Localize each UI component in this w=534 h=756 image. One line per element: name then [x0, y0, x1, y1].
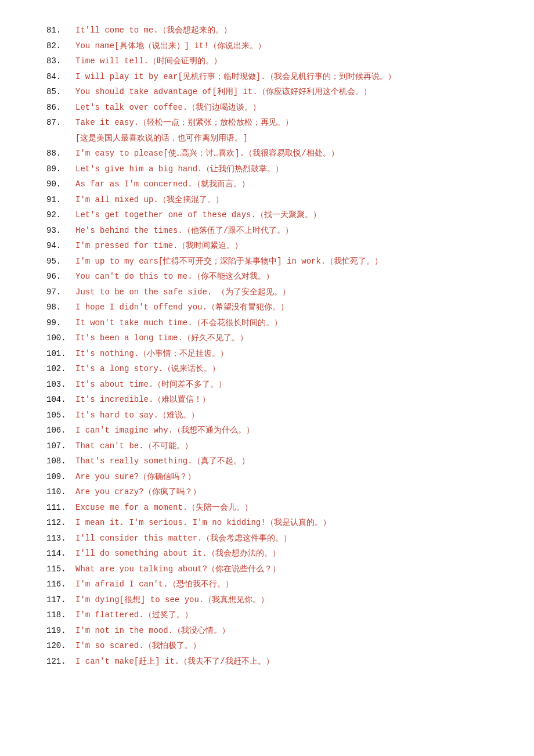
entry-text: I'll do something about it.（我会想办法的。） [75, 546, 488, 561]
entry-text: Excuse me for a moment.（失陪一会儿。） [75, 501, 488, 515]
entry-number: 112. [46, 516, 75, 530]
list-item: 92.Let's get together one of these days.… [46, 208, 488, 222]
entry-number: 101. [46, 347, 75, 361]
entry-text: It's been a long time.（好久不见了。） [75, 331, 488, 345]
list-item: 96.You can't do this to me.（你不能这么对我。） [46, 269, 488, 284]
entry-text: You should take advantage of[利用] it.（你应该… [75, 85, 488, 99]
entry-text: I'm all mixed up.（我全搞混了。） [75, 193, 488, 207]
entry-number: 106. [46, 423, 75, 438]
entry-text: I'm dying[很想] to see you.（我真想见你。） [75, 593, 488, 607]
entry-number: 93. [46, 224, 75, 238]
entry-text: That's really something.（真了不起。） [75, 454, 488, 469]
entry-number: 114. [46, 546, 75, 561]
entry-text: Just to be on the safe side. （为了安全起见。） [75, 285, 488, 300]
entry-number: 103. [46, 377, 75, 392]
list-item: 110.Are you crazy?（你疯了吗？） [46, 485, 488, 499]
entry-number: 97. [46, 285, 75, 300]
entry-text: I'm afraid I can't.（恐怕我不行。） [75, 577, 488, 592]
list-item: 97.Just to be on the safe side. （为了安全起见。… [46, 285, 488, 300]
entry-number: 110. [46, 485, 75, 499]
list-item: 83.Time will tell.（时间会证明的。） [46, 54, 488, 69]
entry-number: 92. [46, 208, 75, 222]
list-item: 117.I'm dying[很想] to see you.（我真想见你。） [46, 593, 488, 607]
entry-number: 95. [46, 254, 75, 269]
list-item: 101.It's nothing.（小事情；不足挂齿。） [46, 347, 488, 361]
entry-number: 121. [46, 654, 75, 669]
entry-text: I'm not in the mood.（我没心情。） [75, 624, 488, 638]
list-item: 98.I hope I didn't offend you.（希望没有冒犯你。） [46, 300, 488, 315]
entry-text: I'll consider this matter.（我会考虑这件事的。） [75, 531, 488, 546]
entry-number: 111. [46, 501, 75, 515]
entry-text: You can't do this to me.（你不能这么对我。） [75, 269, 488, 284]
list-item: 99.It won't take much time.（不会花很长时间的。） [46, 316, 488, 330]
list-item: 90.As far as I'm concerned.（就我而言。） [46, 177, 488, 192]
entry-text: Let's talk over coffee.（我们边喝边谈。） [75, 100, 488, 115]
entry-text: Let's give him a big hand.（让我们热烈鼓掌。） [75, 162, 488, 177]
list-item: 118.I'm flattered.（过奖了。） [46, 608, 488, 622]
entry-number: 99. [46, 316, 75, 330]
entry-text: He's behind the times.（他落伍了/跟不上时代了。） [75, 224, 488, 238]
entry-text: I can't make[赶上] it.（我去不了/我赶不上。） [75, 654, 488, 669]
entry-number: 117. [46, 593, 75, 607]
entry-number: 90. [46, 177, 75, 192]
entry-text: You name[具体地（说出来）] it!（你说出来。） [75, 39, 488, 53]
main-content: 81.It'll come to me.（我会想起来的。）82.You name… [46, 23, 488, 668]
list-item: 119.I'm not in the mood.（我没心情。） [46, 624, 488, 638]
entry-number: 83. [46, 54, 75, 69]
entry-text: I'm flattered.（过奖了。） [75, 608, 488, 622]
list-item: 100.It's been a long time.（好久不见了。） [46, 331, 488, 345]
list-item: 86.Let's talk over coffee.（我们边喝边谈。） [46, 100, 488, 115]
list-item: [这是美国人最喜欢说的话，也可作离别用语。] [46, 131, 488, 146]
entry-number: 96. [46, 269, 75, 284]
list-item: 81.It'll come to me.（我会想起来的。） [46, 23, 488, 38]
list-item: 121.I can't make[赶上] it.（我去不了/我赶不上。） [46, 654, 488, 669]
entry-number: 119. [46, 624, 75, 638]
entry-text: I will play it by ear[见机行事；临时现做].（我会见机行事… [75, 70, 488, 84]
list-item: 85.You should take advantage of[利用] it.（… [46, 85, 488, 99]
entry-number: 84. [46, 70, 75, 84]
list-item: 94.I'm pressed for time.（我时间紧迫。） [46, 239, 488, 253]
entry-text: Take it easy.（轻松一点；别紧张；放松放松；再见。） [75, 116, 488, 130]
entry-text: I'm easy to please[使…高兴；讨…喜欢].（我很容易取悦/相处… [75, 146, 488, 161]
list-item: 84.I will play it by ear[见机行事；临时现做].（我会见… [46, 70, 488, 84]
entry-text: It's about time.（时间差不多了。） [75, 377, 488, 392]
list-item: 89.Let's give him a big hand.（让我们热烈鼓掌。） [46, 162, 488, 177]
list-item: 112.I mean it. I'm serious. I'm no kiddi… [46, 516, 488, 530]
list-item: 114.I'll do something about it.（我会想办法的。） [46, 546, 488, 561]
entry-number: 116. [46, 577, 75, 592]
entry-number: 82. [46, 39, 75, 53]
list-item: 82.You name[具体地（说出来）] it!（你说出来。） [46, 39, 488, 53]
entry-number: 89. [46, 162, 75, 177]
entry-number: 91. [46, 193, 75, 207]
entry-text: That can't be.（不可能。） [75, 439, 488, 453]
entry-text: As far as I'm concerned.（就我而言。） [75, 177, 488, 192]
list-item: 115.What are you talking about?（你在说些什么？） [46, 562, 488, 577]
list-item: 113.I'll consider this matter.（我会考虑这件事的。… [46, 531, 488, 546]
entry-text: I'm so scared.（我怕极了。） [75, 639, 488, 653]
entry-number: 113. [46, 531, 75, 546]
entry-text: Let's get together one of these days.（找一… [75, 208, 488, 222]
list-item: 95.I'm up to my ears[忙得不可开交；深陷于某事物中] in … [46, 254, 488, 269]
entry-text: It's nothing.（小事情；不足挂齿。） [75, 347, 488, 361]
entry-number: 86. [46, 100, 75, 115]
list-item: 120.I'm so scared.（我怕极了。） [46, 639, 488, 653]
entry-text: It'll come to me.（我会想起来的。） [75, 23, 488, 38]
entry-text: It's hard to say.（难说。） [75, 408, 488, 423]
list-item: 103.It's about time.（时间差不多了。） [46, 377, 488, 392]
list-item: 87.Take it easy.（轻松一点；别紧张；放松放松；再见。） [46, 116, 488, 130]
list-item: 105.It's hard to say.（难说。） [46, 408, 488, 423]
entry-text: It's a long story.（说来话长。） [75, 362, 488, 376]
entry-number: 87. [46, 116, 75, 130]
entry-number: 104. [46, 393, 75, 407]
list-item: 106.I can't imagine why.（我想不通为什么。） [46, 423, 488, 438]
entry-number: 109. [46, 470, 75, 484]
list-item: 93.He's behind the times.（他落伍了/跟不上时代了。） [46, 224, 488, 238]
list-item: 107.That can't be.（不可能。） [46, 439, 488, 453]
list-item: 111.Excuse me for a moment.（失陪一会儿。） [46, 501, 488, 515]
entry-text: I hope I didn't offend you.（希望没有冒犯你。） [75, 300, 488, 315]
entry-text: It's incredible.（难以置信！） [75, 393, 488, 407]
list-item: 88.I'm easy to please[使…高兴；讨…喜欢].（我很容易取悦… [46, 146, 488, 161]
entry-number: 94. [46, 239, 75, 253]
list-item: 91.I'm all mixed up.（我全搞混了。） [46, 193, 488, 207]
entry-text: Are you sure?（你确信吗？） [75, 470, 488, 484]
